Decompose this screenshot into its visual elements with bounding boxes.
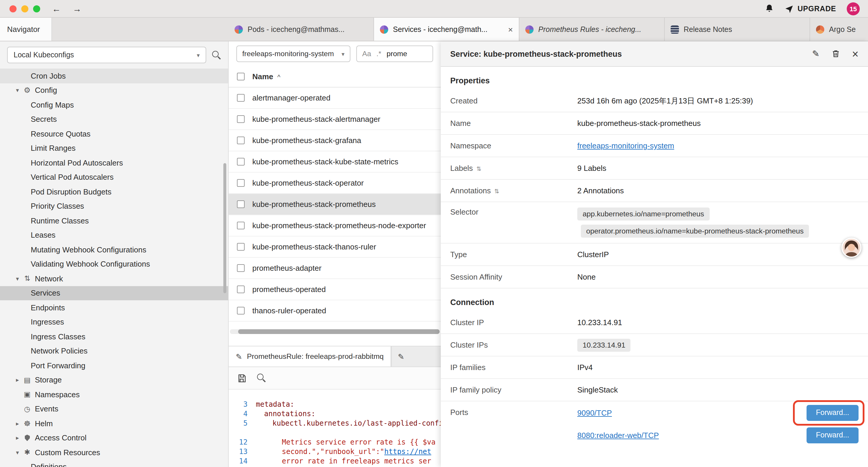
sidebar-item[interactable]: Events (0, 402, 228, 416)
table-row[interactable]: kube-prometheus-stack-prometheus (229, 194, 441, 215)
tabstrip: Navigator Pods - icecheng@mathmas... Ser… (0, 18, 868, 41)
sidebar-item[interactable]: Access Control (0, 431, 228, 445)
assistant-avatar[interactable] (841, 238, 862, 258)
search-input[interactable]: Aa .* prome (356, 46, 433, 62)
port-link[interactable]: 8080:reloader-web/TCP (577, 431, 659, 439)
sidebar-item[interactable]: Config (0, 83, 228, 97)
sidebar-item[interactable]: Storage (0, 373, 228, 387)
table-row[interactable]: kube-prometheus-stack-kube-state-metrics (229, 151, 441, 173)
upgrade-button[interactable]: UPGRADE (784, 4, 836, 13)
sidebar-item[interactable]: Priority Classes (0, 199, 228, 213)
row-checkbox[interactable] (237, 264, 245, 272)
chevron-icon[interactable] (13, 435, 22, 441)
sidebar-item[interactable]: Secrets (0, 112, 228, 126)
sidebar-item-label: Port Forwarding (31, 361, 85, 370)
editor-search-button[interactable] (257, 374, 266, 382)
table-row[interactable]: kube-prometheus-stack-thanos-ruler (229, 236, 441, 258)
table-row[interactable]: alertmanager-operated (229, 87, 441, 109)
expand-sort-icon[interactable] (494, 186, 499, 195)
row-checkbox[interactable] (237, 158, 245, 166)
edit-button[interactable] (812, 49, 819, 59)
sidebar-item[interactable]: Cron Jobs (0, 68, 228, 83)
line-number: 4 (229, 410, 256, 418)
table-row[interactable]: prometheus-adapter (229, 258, 441, 279)
row-checkbox[interactable] (237, 94, 245, 102)
namespace-filter[interactable]: freeleaps-monitoring-system (236, 46, 350, 62)
chevron-icon[interactable] (13, 377, 22, 383)
sidebar-item[interactable]: Network Policies (0, 344, 228, 358)
sidebar-item[interactable]: Pod Disruption Budgets (0, 184, 228, 199)
sidebar-item[interactable]: Limit Ranges (0, 141, 228, 155)
save-button[interactable] (237, 373, 246, 383)
row-checkbox[interactable] (237, 115, 245, 123)
sidebar-item[interactable]: Endpoints (0, 300, 228, 315)
forward-button[interactable]: → (73, 4, 82, 13)
sidebar-item[interactable]: Port Forwarding (0, 358, 228, 373)
chevron-icon[interactable] (13, 449, 22, 456)
table-row[interactable]: kube-prometheus-stack-grafana (229, 130, 441, 151)
horizontal-scrollbar[interactable] (230, 329, 440, 334)
zoom-window-button[interactable] (33, 5, 40, 12)
close-window-button[interactable] (9, 5, 17, 12)
forward-button[interactable]: Forward... (807, 405, 859, 420)
row-checkbox[interactable] (237, 222, 245, 229)
chevron-icon[interactable] (13, 275, 22, 282)
sidebar-item[interactable]: Vertical Pod Autoscalers (0, 170, 228, 184)
select-all-checkbox[interactable] (237, 73, 245, 80)
chevron-icon[interactable] (13, 87, 22, 94)
sidebar-item[interactable]: Network (0, 271, 228, 286)
sidebar-item[interactable]: Helm (0, 416, 228, 431)
sidebar-item[interactable]: Namespaces (0, 387, 228, 402)
kubeconfig-selector[interactable]: Local Kubeconfigs (7, 47, 206, 63)
dock-tab[interactable]: PrometheusRule: freeleaps-prod-rabbitmq (229, 346, 392, 367)
editor-tab[interactable]: Argo Se (810, 18, 868, 41)
sidebar-item[interactable]: Leases (0, 228, 228, 242)
row-checkbox[interactable] (237, 179, 245, 187)
editor-tab[interactable]: Pods - icecheng@mathmas... (229, 18, 374, 41)
row-checkbox[interactable] (237, 137, 245, 144)
sidebar-item[interactable]: Ingresses (0, 315, 228, 329)
dock-tab-partial[interactable] (392, 346, 441, 367)
row-checkbox[interactable] (237, 286, 245, 293)
sidebar-item[interactable]: Services (0, 286, 228, 300)
table-row[interactable]: kube-prometheus-stack-operator (229, 173, 441, 194)
minimize-window-button[interactable] (21, 5, 28, 12)
horizontal-scrollbar-thumb[interactable] (238, 329, 440, 334)
tab-close-icon[interactable]: × (508, 25, 513, 33)
sidebar-item[interactable]: Config Maps (0, 97, 228, 112)
expand-sort-icon[interactable] (476, 164, 482, 173)
notification-badge[interactable]: 15 (847, 2, 860, 15)
row-checkbox[interactable] (237, 200, 245, 208)
name-column-header[interactable]: Name (252, 72, 273, 81)
sidebar-item[interactable]: Custom Resources (0, 445, 228, 460)
sidebar-item[interactable]: Mutating Webhook Configurations (0, 242, 228, 257)
match-case-toggle[interactable]: Aa (362, 50, 371, 58)
sidebar-item[interactable]: Resource Quotas (0, 126, 228, 141)
namespace-link[interactable]: freeleaps-monitoring-system (577, 141, 674, 150)
delete-button[interactable] (831, 49, 840, 59)
table-row[interactable]: kube-prometheus-stack-prometheus-node-ex… (229, 215, 441, 236)
editor-tab[interactable]: Services - icecheng@math... × (374, 18, 519, 41)
notifications-bell-icon[interactable] (764, 4, 774, 13)
sidebar-item[interactable]: Horizontal Pod Autoscalers (0, 155, 228, 170)
port-link[interactable]: 9090/TCP (577, 408, 612, 417)
sidebar-scrollbar[interactable] (223, 163, 226, 293)
sidebar-search-icon[interactable] (212, 51, 221, 59)
table-row[interactable]: prometheus-operated (229, 279, 441, 300)
close-button[interactable] (852, 48, 859, 59)
editor-tab[interactable]: Release Notes (665, 18, 810, 41)
row-checkbox[interactable] (237, 307, 245, 315)
table-row[interactable]: thanos-ruler-operated (229, 300, 441, 322)
sidebar-item[interactable]: Validating Webhook Configurations (0, 257, 228, 271)
chevron-icon[interactable] (13, 420, 22, 427)
code-editor[interactable]: 3 metadata: 4 annotations: 5 kubectl.kub… (229, 389, 441, 467)
regex-toggle[interactable]: .* (376, 50, 381, 58)
sidebar-item[interactable]: Definitions (0, 460, 228, 467)
row-checkbox[interactable] (237, 243, 245, 251)
editor-tab[interactable]: Prometheus Rules - icecheng... (519, 18, 665, 41)
forward-button[interactable]: Forward... (807, 427, 859, 443)
back-button[interactable]: ← (52, 4, 61, 13)
sidebar-item[interactable]: Runtime Classes (0, 213, 228, 228)
sidebar-item[interactable]: Ingress Classes (0, 329, 228, 344)
table-row[interactable]: kube-prometheus-stack-alertmanager (229, 109, 441, 130)
